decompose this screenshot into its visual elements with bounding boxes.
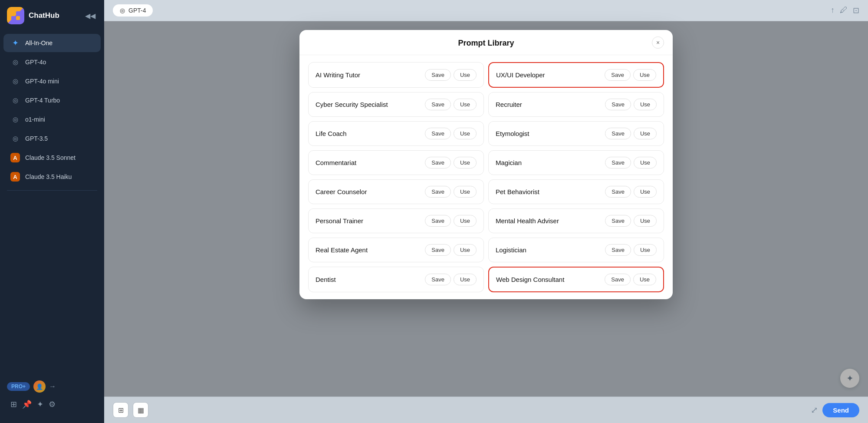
share-icon[interactable]: ↑ [831, 6, 835, 15]
sidebar-item-label-claude35-sonnet: Claude 3.5 Sonnet [25, 154, 76, 161]
prompt-actions-pet-behaviorist: SaveUse [605, 186, 657, 198]
prompt-item-life-coach[interactable]: Life CoachSaveUse [308, 121, 484, 146]
logo-icon [7, 7, 24, 24]
save-button-ux-ui-developer[interactable]: Save [605, 69, 631, 81]
prompt-item-web-design-consultant[interactable]: Web Design ConsultantSaveUse [488, 267, 664, 292]
use-button-ai-writing-tutor[interactable]: Use [454, 69, 477, 81]
sidebar-item-claude35-sonnet[interactable]: AClaude 3.5 Sonnet [3, 149, 101, 167]
sidebar-item-label-gpt35: GPT-3.5 [25, 135, 48, 142]
use-button-commentariat[interactable]: Use [454, 157, 477, 169]
gpt-tab-label: GPT-4 [128, 7, 146, 14]
save-button-ai-writing-tutor[interactable]: Save [425, 69, 451, 81]
save-button-career-counselor[interactable]: Save [425, 186, 451, 198]
save-button-mental-health-adviser[interactable]: Save [605, 215, 631, 227]
expand-icon[interactable]: ⊡ [853, 6, 859, 15]
send-button[interactable]: Send [822, 403, 859, 417]
use-button-personal-trainer[interactable]: Use [454, 215, 477, 227]
use-button-cyber-security[interactable]: Use [454, 99, 477, 110]
use-button-mental-health-adviser[interactable]: Use [634, 215, 657, 227]
save-button-pet-behaviorist[interactable]: Save [605, 186, 631, 198]
main-area: ◎ GPT-4 ↑ 🖊 ⊡ Prompt Library × AI Writin… [104, 0, 868, 423]
sidebar-item-gpt4-turbo[interactable]: ◎GPT-4 Turbo [3, 91, 101, 109]
use-button-life-coach[interactable]: Use [454, 128, 477, 139]
use-button-pet-behaviorist[interactable]: Use [634, 186, 657, 198]
expand-button[interactable]: ⤢ [811, 405, 818, 415]
save-button-life-coach[interactable]: Save [425, 128, 451, 139]
prompt-name-ai-writing-tutor: AI Writing Tutor [316, 71, 360, 79]
prompt-name-dentist: Dentist [316, 276, 336, 283]
prompt-item-ai-writing-tutor[interactable]: AI Writing TutorSaveUse [308, 62, 484, 88]
logo-text: ChatHub [29, 11, 59, 20]
sidebar-item-claude35-haiku[interactable]: AClaude 3.5 Haiku [3, 168, 101, 186]
prompt-item-etymologist[interactable]: EtymologistSaveUse [488, 121, 664, 146]
sidebar-item-gpt4o[interactable]: ◎GPT-4o [3, 53, 101, 71]
prompt-item-dentist[interactable]: DentistSaveUse [308, 267, 484, 292]
user-avatar[interactable]: 👤 [33, 380, 46, 393]
sidebar-item-label-gpt4o: GPT-4o [25, 59, 46, 66]
panel-toggle-button[interactable]: ▦ [133, 402, 148, 418]
save-button-cyber-security[interactable]: Save [425, 99, 451, 110]
prompt-name-career-counselor: Career Counselor [316, 188, 367, 195]
save-button-commentariat[interactable]: Save [425, 157, 451, 169]
sidebar-item-icon-gpt4-turbo: ◎ [10, 96, 20, 105]
modal-close-button[interactable]: × [652, 36, 664, 49]
svg-rect-3 [16, 16, 20, 20]
sidebar-item-icon-all-in-one: ✦ [10, 38, 20, 48]
svg-rect-2 [11, 16, 15, 20]
prompt-item-magician[interactable]: MagicianSaveUse [488, 150, 664, 175]
prompt-item-recruiter[interactable]: RecruiterSaveUse [488, 92, 664, 117]
prompt-item-cyber-security[interactable]: Cyber Security SpecialistSaveUse [308, 92, 484, 117]
save-button-recruiter[interactable]: Save [605, 99, 631, 110]
save-button-dentist[interactable]: Save [425, 274, 451, 285]
use-button-dentist[interactable]: Use [454, 274, 477, 285]
prompt-item-career-counselor[interactable]: Career CounselorSaveUse [308, 179, 484, 204]
layout-icon[interactable]: ⊞ [10, 400, 17, 409]
main-content: Prompt Library × AI Writing TutorSaveUse… [104, 21, 868, 397]
use-button-recruiter[interactable]: Use [634, 99, 657, 110]
save-button-personal-trainer[interactable]: Save [425, 215, 451, 227]
gpt-tab[interactable]: ◎ GPT-4 [113, 4, 153, 17]
sidebar-item-gpt4o-mini[interactable]: ◎GPT-4o mini [3, 72, 101, 90]
sidebar-collapse-button[interactable]: ◀◀ [83, 10, 97, 22]
prompt-item-personal-trainer[interactable]: Personal TrainerSaveUse [308, 208, 484, 233]
sidebar-bottom-row: PRO+ 👤 → [3, 377, 101, 396]
pin-icon[interactable]: 📌 [22, 400, 32, 409]
sidebar: ChatHub ◀◀ ✦All-In-One◎GPT-4o◎GPT-4o min… [0, 0, 104, 423]
save-button-real-estate-agent[interactable]: Save [425, 244, 451, 256]
prompt-name-life-coach: Life Coach [316, 130, 347, 137]
use-button-logistician[interactable]: Use [634, 244, 657, 256]
edit-icon[interactable]: 🖊 [840, 6, 848, 15]
prompt-item-mental-health-adviser[interactable]: Mental Health AdviserSaveUse [488, 208, 664, 233]
save-button-magician[interactable]: Save [605, 157, 631, 169]
save-button-etymologist[interactable]: Save [605, 128, 631, 139]
profile-arrow[interactable]: → [49, 383, 56, 390]
use-button-career-counselor[interactable]: Use [454, 186, 477, 198]
prompt-actions-personal-trainer: SaveUse [425, 215, 477, 227]
sidebar-item-all-in-one[interactable]: ✦All-In-One [3, 34, 101, 52]
main-footer: ⊞ ▦ ⤢ Send [104, 397, 868, 423]
top-right-icons: ↑ 🖊 ⊡ [831, 6, 859, 15]
sidebar-divider [7, 190, 97, 191]
theme-icon[interactable]: ✦ [37, 400, 43, 409]
prompt-actions-ai-writing-tutor: SaveUse [425, 69, 477, 81]
sidebar-item-gpt35[interactable]: ◎GPT-3.5 [3, 129, 101, 148]
prompt-item-commentariat[interactable]: CommentariatSaveUse [308, 150, 484, 175]
prompt-name-real-estate-agent: Real Estate Agent [316, 246, 368, 254]
sidebar-item-label-all-in-one: All-In-One [25, 40, 53, 46]
prompt-item-real-estate-agent[interactable]: Real Estate AgentSaveUse [308, 238, 484, 262]
use-button-ux-ui-developer[interactable]: Use [633, 69, 656, 81]
layout-toggle-button[interactable]: ⊞ [113, 402, 128, 418]
use-button-etymologist[interactable]: Use [634, 128, 657, 139]
use-button-real-estate-agent[interactable]: Use [454, 244, 477, 256]
save-button-web-design-consultant[interactable]: Save [605, 274, 631, 285]
use-button-web-design-consultant[interactable]: Use [633, 274, 656, 285]
save-button-logistician[interactable]: Save [605, 244, 631, 256]
prompt-actions-ux-ui-developer: SaveUse [605, 69, 656, 81]
prompt-item-pet-behaviorist[interactable]: Pet BehavioristSaveUse [488, 179, 664, 204]
settings-icon[interactable]: ⚙ [49, 400, 56, 409]
svg-rect-0 [11, 11, 15, 15]
sidebar-item-o1-mini[interactable]: ◎o1-mini [3, 110, 101, 129]
prompt-item-logistician[interactable]: LogisticianSaveUse [488, 238, 664, 262]
prompt-item-ux-ui-developer[interactable]: UX/UI DeveloperSaveUse [488, 62, 664, 88]
use-button-magician[interactable]: Use [634, 157, 657, 169]
